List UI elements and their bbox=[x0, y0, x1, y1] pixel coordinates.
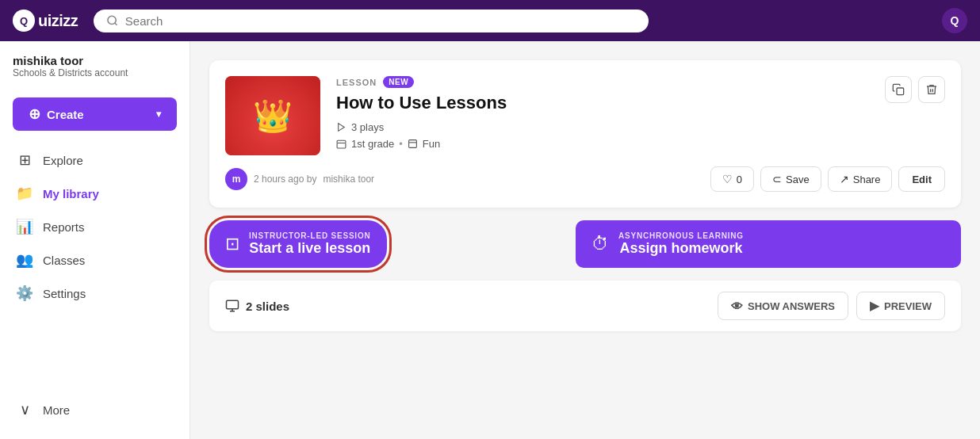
svg-rect-7 bbox=[227, 300, 239, 309]
settings-icon: ⚙️ bbox=[16, 284, 33, 302]
main-content: 👑 LESSON NEW How to Use Lessons 3 plays bbox=[190, 41, 980, 439]
play-icon: ▶ bbox=[870, 299, 879, 313]
sidebar-item-settings[interactable]: ⚙️ Settings bbox=[0, 277, 189, 310]
grade-icon bbox=[336, 139, 346, 149]
sidebar-item-my-library[interactable]: 📁 My library bbox=[0, 177, 189, 210]
slides-action-buttons: 👁 SHOW ANSWERS ▶ PREVIEW bbox=[718, 292, 945, 320]
new-badge: NEW bbox=[383, 76, 414, 88]
duplicate-button[interactable] bbox=[885, 76, 912, 103]
lesson-thumbnail: 👑 bbox=[225, 76, 320, 155]
show-answers-label: SHOW ANSWERS bbox=[748, 300, 835, 312]
chevron-down-icon: ∨ bbox=[16, 401, 33, 418]
card-actions-row: m 2 hours ago by mishika toor ♡ 0 ⊂ Save… bbox=[225, 166, 945, 192]
svg-marker-2 bbox=[339, 124, 345, 132]
search-icon bbox=[106, 14, 118, 27]
share-label: Share bbox=[853, 174, 881, 185]
save-icon: ⊂ bbox=[772, 173, 782, 185]
user-name: mishika toor bbox=[13, 54, 177, 67]
chevron-down-icon: ▾ bbox=[156, 109, 161, 120]
lesson-action-buttons: ⊡ INSTRUCTOR-LED SESSION Start a live le… bbox=[209, 220, 961, 268]
slides-icon bbox=[225, 299, 239, 313]
assign-homework-text: ASYNCHRONOUS LEARNING Assign homework bbox=[618, 231, 744, 257]
thumbnail-illustration: 👑 bbox=[225, 76, 320, 155]
sidebar-item-more[interactable]: ∨ More bbox=[0, 393, 189, 426]
sidebar-item-explore[interactable]: ⊞ Explore bbox=[0, 143, 189, 177]
category-label: Fun bbox=[423, 138, 440, 150]
assign-homework-label: Assign homework bbox=[618, 240, 744, 257]
topnav-right: Q bbox=[942, 8, 967, 33]
user-account-type: Schools & Districts account bbox=[13, 67, 177, 78]
save-button[interactable]: ⊂ Save bbox=[760, 166, 821, 192]
main-layout: mishika toor Schools & Districts account… bbox=[0, 41, 980, 439]
edit-button[interactable]: Edit bbox=[898, 166, 945, 192]
card-action-buttons: ♡ 0 ⊂ Save ↗ Share Edit bbox=[710, 166, 945, 192]
trash-icon bbox=[925, 83, 938, 96]
card-info: LESSON NEW How to Use Lessons 3 plays 1s… bbox=[336, 76, 869, 155]
like-button[interactable]: ♡ 0 bbox=[710, 166, 754, 192]
delete-button[interactable] bbox=[918, 76, 945, 103]
lesson-title: How to Use Lessons bbox=[336, 93, 869, 113]
card-top-icons bbox=[885, 76, 945, 155]
assign-homework-button[interactable]: ⏱ ASYNCHRONOUS LEARNING Assign homework bbox=[576, 220, 961, 268]
live-lesson-text: INSTRUCTOR-LED SESSION Start a live less… bbox=[249, 231, 371, 257]
copy-icon bbox=[892, 83, 905, 96]
share-button[interactable]: ↗ Share bbox=[828, 166, 893, 192]
sidebar: mishika toor Schools & Districts account… bbox=[0, 41, 190, 439]
user-info: mishika toor Schools & Districts account bbox=[0, 54, 189, 91]
lesson-type-label: LESSON bbox=[336, 78, 377, 87]
sidebar-item-classes-label: Classes bbox=[43, 254, 85, 267]
create-button[interactable]: ⊕ Create ▾ bbox=[13, 97, 177, 131]
svg-point-0 bbox=[108, 16, 116, 24]
sidebar-item-explore-label: Explore bbox=[43, 154, 83, 167]
search-input[interactable] bbox=[125, 14, 637, 28]
logo-icon: Q bbox=[13, 10, 35, 32]
thumbnail-icon: 👑 bbox=[253, 97, 293, 135]
category-icon bbox=[408, 139, 418, 149]
grade-label: 1st grade bbox=[351, 138, 394, 150]
start-live-lesson-label: Start a live lesson bbox=[249, 240, 371, 257]
sidebar-item-settings-label: Settings bbox=[43, 287, 86, 300]
search-bar[interactable] bbox=[94, 10, 649, 32]
user-avatar-icon[interactable]: Q bbox=[942, 8, 967, 33]
sidebar-item-classes[interactable]: 👥 Classes bbox=[0, 243, 189, 277]
plays-count: 3 plays bbox=[351, 121, 384, 133]
svg-rect-6 bbox=[897, 88, 904, 95]
grade-category-stat: 1st grade • Fun bbox=[336, 138, 869, 150]
slides-count-label: 2 slides bbox=[246, 300, 289, 313]
top-navigation: Q uizizz Q bbox=[0, 0, 980, 41]
logo-text: uizizz bbox=[38, 12, 78, 30]
slides-count: 2 slides bbox=[225, 299, 289, 313]
time-ago-label: 2 hours ago by bbox=[254, 174, 316, 185]
sidebar-item-reports-label: Reports bbox=[43, 220, 85, 234]
author-name: mishika toor bbox=[323, 174, 374, 185]
logo[interactable]: Q uizizz bbox=[13, 10, 78, 32]
live-lesson-icon: ⊡ bbox=[225, 234, 239, 254]
slides-row: 2 slides 👁 SHOW ANSWERS ▶ PREVIEW bbox=[209, 281, 961, 331]
async-learning-label: ASYNCHRONOUS LEARNING bbox=[618, 231, 744, 240]
sidebar-item-my-library-label: My library bbox=[43, 187, 99, 200]
classes-icon: 👥 bbox=[16, 251, 33, 269]
svg-rect-3 bbox=[337, 143, 346, 148]
svg-line-1 bbox=[115, 23, 117, 25]
explore-icon: ⊞ bbox=[16, 151, 33, 169]
save-label: Save bbox=[786, 174, 810, 185]
plus-icon: ⊕ bbox=[29, 105, 40, 123]
sidebar-item-reports[interactable]: 📊 Reports bbox=[0, 210, 189, 243]
my-library-icon: 📁 bbox=[16, 185, 33, 202]
card-author: m 2 hours ago by mishika toor bbox=[225, 168, 374, 190]
create-label: Create bbox=[47, 108, 84, 121]
start-live-lesson-button[interactable]: ⊡ INSTRUCTOR-LED SESSION Start a live le… bbox=[209, 220, 387, 268]
live-lesson-wrap: ⊡ INSTRUCTOR-LED SESSION Start a live le… bbox=[209, 220, 563, 268]
lesson-card: 👑 LESSON NEW How to Use Lessons 3 plays bbox=[209, 60, 961, 208]
card-meta-top: LESSON NEW bbox=[336, 76, 869, 88]
card-top: 👑 LESSON NEW How to Use Lessons 3 plays bbox=[225, 76, 945, 155]
preview-button[interactable]: ▶ PREVIEW bbox=[856, 292, 945, 320]
like-count: 0 bbox=[737, 174, 742, 185]
svg-rect-4 bbox=[408, 140, 416, 148]
share-icon: ↗ bbox=[840, 173, 849, 185]
sidebar-item-more-label: More bbox=[43, 403, 70, 417]
show-answers-button[interactable]: 👁 SHOW ANSWERS bbox=[718, 292, 848, 320]
sidebar-bottom: ∨ More bbox=[0, 393, 189, 426]
reports-icon: 📊 bbox=[16, 218, 33, 235]
preview-label: PREVIEW bbox=[884, 300, 932, 312]
